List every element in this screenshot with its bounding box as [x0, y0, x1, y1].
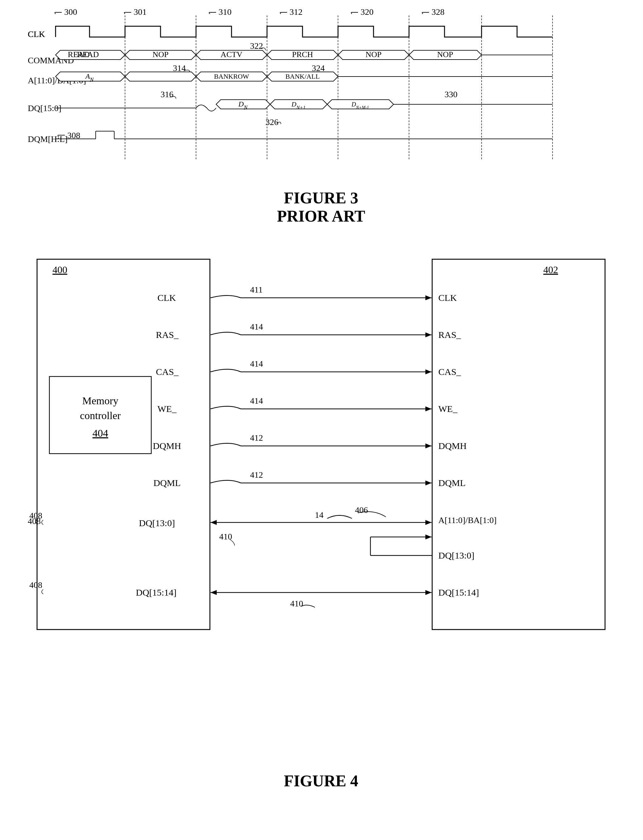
svg-text:CAS_: CAS_: [438, 366, 461, 377]
svg-text:408: 408: [29, 580, 42, 590]
svg-text:324: 324: [312, 63, 325, 73]
svg-text:CLK: CLK: [157, 293, 176, 303]
svg-text:320: 320: [361, 9, 374, 17]
svg-text:300: 300: [64, 9, 77, 17]
svg-text:DQMH: DQMH: [438, 441, 467, 451]
svg-text:RAS_: RAS_: [156, 330, 179, 340]
svg-text:DQ[15:14]: DQ[15:14]: [438, 587, 479, 597]
svg-text:310: 310: [219, 9, 232, 17]
figure3-caption: FIGURE 3 PRIOR ART: [18, 189, 623, 225]
figure3-title: FIGURE 3: [18, 189, 623, 207]
svg-text:A[11:0]/BA[1:0]: A[11:0]/BA[1:0]: [438, 515, 497, 525]
svg-text:BANK/ALL: BANK/ALL: [285, 73, 320, 80]
figure3-timing-diagram: 300 301 310 312 320 328 CLK CLK COMMAND: [18, 9, 623, 182]
svg-text:DQ[13:0]: DQ[13:0]: [438, 550, 475, 560]
svg-text:READ: READ: [77, 50, 99, 59]
svg-marker-97: [425, 370, 432, 374]
figure4-title: FIGURE 4: [18, 772, 623, 790]
svg-marker-94: [425, 332, 432, 337]
svg-text:DQML: DQML: [153, 478, 181, 488]
svg-text:controller: controller: [80, 410, 121, 421]
svg-text:Memory: Memory: [82, 395, 118, 407]
svg-marker-122: [425, 590, 432, 595]
svg-text:WE_: WE_: [438, 404, 458, 414]
svg-text:330: 330: [444, 90, 457, 99]
figure3-subtitle: PRIOR ART: [18, 207, 623, 225]
svg-text:412: 412: [250, 470, 263, 480]
svg-text:402: 402: [543, 264, 558, 275]
svg-text:404: 404: [93, 427, 108, 439]
svg-text:DQ[15:14]: DQ[15:14]: [136, 587, 176, 597]
svg-marker-121: [211, 590, 217, 595]
svg-marker-100: [425, 407, 432, 411]
svg-text:410: 410: [290, 599, 303, 608]
figure4-block-diagram: Memory controller 404 400 CLK RAS_ CAS_ …: [18, 247, 623, 703]
svg-text:CLK: CLK: [28, 29, 45, 39]
svg-marker-91: [425, 295, 432, 300]
svg-text:PRCH: PRCH: [292, 50, 313, 59]
svg-text:414: 414: [250, 322, 263, 331]
svg-marker-103: [425, 443, 432, 448]
svg-text:14: 14: [315, 510, 323, 520]
svg-text:ACTV: ACTV: [221, 50, 243, 59]
svg-text:314: 314: [173, 63, 186, 73]
svg-text:312: 312: [290, 9, 302, 17]
svg-text:DQMH: DQMH: [153, 441, 181, 451]
svg-text:326: 326: [266, 117, 278, 127]
figure4-section: Memory controller 404 400 CLK RAS_ CAS_ …: [18, 247, 623, 772]
figure3-section: 300 301 310 312 320 328 CLK CLK COMMAND: [18, 9, 623, 200]
svg-marker-118: [425, 534, 432, 539]
figure4-caption: FIGURE 4: [18, 772, 623, 790]
svg-text:DQML: DQML: [438, 478, 465, 488]
svg-text:414: 414: [250, 396, 263, 405]
svg-text:RAS_: RAS_: [438, 330, 461, 340]
svg-text:316: 316: [160, 90, 173, 99]
svg-marker-111: [211, 520, 217, 525]
svg-text:CAS_: CAS_: [156, 366, 179, 377]
svg-marker-106: [425, 480, 432, 485]
svg-text:BANKROW: BANKROW: [214, 73, 249, 80]
svg-text:328: 328: [432, 9, 444, 17]
svg-text:WE_: WE_: [157, 404, 177, 414]
svg-text:NOP: NOP: [437, 50, 453, 59]
svg-marker-38: [125, 72, 196, 81]
svg-text:DQ[13:0]: DQ[13:0]: [139, 518, 175, 528]
svg-text:414: 414: [250, 359, 263, 368]
svg-text:322: 322: [250, 41, 263, 50]
svg-marker-112: [425, 520, 432, 525]
svg-text:NOP: NOP: [366, 50, 382, 59]
svg-text:411: 411: [250, 285, 263, 295]
svg-text:CLK: CLK: [438, 293, 457, 303]
svg-text:NOP: NOP: [152, 50, 168, 59]
svg-text:412: 412: [250, 433, 263, 443]
svg-text:400: 400: [52, 264, 67, 275]
svg-text:408: 408: [29, 511, 42, 520]
svg-text:301: 301: [134, 9, 147, 17]
svg-text:406: 406: [355, 505, 368, 515]
